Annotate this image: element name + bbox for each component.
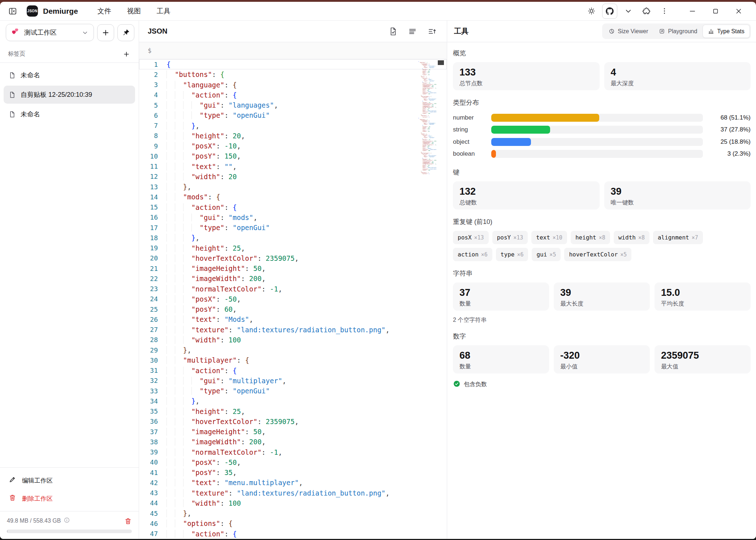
- line-number: 34: [139, 397, 158, 405]
- json-path-input[interactable]: $: [139, 42, 447, 59]
- line-number: 2: [139, 71, 158, 78]
- code-line: 1{: [139, 59, 447, 69]
- delete-workspace-button[interactable]: 删除工作区: [3, 489, 135, 507]
- line-number: 26: [139, 316, 158, 323]
- validate-button[interactable]: [388, 27, 398, 36]
- sidebar: 测试工作区 标签页 未命名自剪贴板 12-25/20:10:39未命名: [0, 21, 139, 539]
- stat-card: 132总键数: [453, 181, 600, 209]
- line-number: 30: [139, 357, 158, 364]
- line-number: 45: [139, 510, 158, 517]
- plus-icon: [101, 29, 110, 37]
- kebab-icon: [660, 7, 669, 15]
- code-line: 47 "action": {: [139, 529, 447, 539]
- tab-label: 未命名: [21, 71, 40, 79]
- code-line: 32 "gui": "multiplayer",: [139, 376, 447, 386]
- sidebar-toggle-button[interactable]: [6, 4, 20, 18]
- repeated-key-chip-posX: posX×13: [453, 231, 489, 244]
- code-line: 13 },: [139, 182, 447, 192]
- chevron-down-icon: [82, 29, 88, 36]
- theme-toggle-button[interactable]: [584, 4, 599, 18]
- code-area[interactable]: 1{2 "buttons": {3 "language": {4 "action…: [139, 59, 447, 539]
- stat-label: 最大深度: [611, 80, 744, 87]
- line-number: 21: [139, 265, 158, 272]
- line-number: 16: [139, 213, 158, 221]
- format-button[interactable]: [408, 27, 417, 36]
- tab-item-0[interactable]: 未命名: [4, 66, 135, 84]
- scrollbar-thumb[interactable]: [438, 60, 444, 65]
- desktop-backdrop: JSON Demiurge 文件视图工具: [0, 0, 756, 540]
- menu-item-2[interactable]: 工具: [151, 4, 176, 18]
- repeated-key-chip-alignment: alignment×7: [653, 231, 703, 244]
- window-controls: [681, 4, 750, 18]
- add-workspace-button[interactable]: [97, 24, 114, 41]
- edit-workspace-button[interactable]: 编辑工作区: [3, 471, 135, 489]
- type-label: number: [453, 114, 491, 121]
- minimap[interactable]: { "buttons": { "language": { "action": {…: [418, 61, 436, 174]
- pin-icon: [122, 29, 130, 36]
- stat-value: 132: [459, 186, 593, 198]
- type-dist-row-object: object25 (18.8%): [453, 136, 751, 148]
- info-icon[interactable]: [64, 517, 70, 525]
- line-number: 11: [139, 163, 158, 170]
- tab-label: 自剪贴板 12-25/20:10:39: [21, 90, 92, 99]
- tools-panel: 工具 Size ViewerPlaygroundType Stats 概览 13…: [447, 21, 756, 539]
- menu-item-0[interactable]: 文件: [92, 4, 117, 18]
- chip-count: ×6: [517, 251, 523, 258]
- chip-count: ×10: [553, 234, 562, 241]
- menu-item-1[interactable]: 视图: [122, 4, 146, 18]
- pencil-icon: [9, 476, 16, 485]
- code-line: 20 "hoverTextColor": 2359075,: [139, 253, 447, 263]
- dropdown-button[interactable]: [621, 4, 635, 18]
- editor-title: JSON: [148, 27, 167, 35]
- view-tab-type-stats[interactable]: Type Stats: [703, 25, 750, 38]
- type-bar-track: [491, 114, 703, 122]
- sort-keys-button[interactable]: [427, 27, 437, 36]
- minimize-button[interactable]: [681, 4, 704, 18]
- chip-count: ×13: [513, 234, 523, 241]
- code-line: 39 "normalTextColor": -1,: [139, 447, 447, 457]
- line-number: 1: [139, 61, 158, 68]
- bar-chart-icon: [708, 28, 714, 34]
- clear-storage-button[interactable]: [124, 517, 132, 525]
- code-line: 12 "width": 20: [139, 172, 447, 182]
- line-number: 38: [139, 438, 158, 446]
- more-menu-button[interactable]: [657, 4, 671, 18]
- code-line: 19 "height": 25,: [139, 243, 447, 253]
- code-line: 5 "gui": "languages",: [139, 100, 447, 110]
- type-label: object: [453, 138, 491, 146]
- github-button[interactable]: [602, 4, 617, 19]
- workspace-selector[interactable]: 测试工作区: [6, 24, 94, 41]
- titlebar: JSON Demiurge 文件视图工具: [0, 2, 756, 21]
- stat-label: 最大长度: [560, 300, 643, 308]
- line-number: 13: [139, 183, 158, 191]
- minimize-icon: [688, 7, 696, 15]
- playground-icon: [659, 28, 665, 34]
- repeated-keys-heading: 重复键 (前10): [453, 217, 751, 226]
- stat-label: 平均长度: [661, 300, 744, 308]
- view-tab-playground[interactable]: Playground: [653, 25, 703, 38]
- chip-count: ×8: [638, 234, 645, 241]
- add-tab-button[interactable]: [123, 51, 130, 58]
- close-button[interactable]: [727, 4, 750, 18]
- type-bar-fill: [491, 114, 599, 122]
- document-icon: [8, 91, 16, 99]
- line-number: 33: [139, 387, 158, 395]
- view-tab-size-viewer[interactable]: Size Viewer: [603, 25, 653, 38]
- pin-workspace-button[interactable]: [117, 24, 134, 41]
- code-line: 31 "action": {: [139, 366, 447, 376]
- maximize-button[interactable]: [704, 4, 727, 18]
- line-number: 28: [139, 336, 158, 344]
- main-layout: 测试工作区 标签页 未命名自剪贴板 12-25/20:10:39未命名: [0, 21, 756, 539]
- code-line: 18 },: [139, 233, 447, 243]
- tab-item-2[interactable]: 未命名: [4, 105, 135, 123]
- tools-panel-body: 概览 133总节点数4最大深度 类型分布 number68 (51.1%)str…: [447, 42, 756, 539]
- type-value: 3 (2.3%): [703, 150, 751, 157]
- tab-item-1[interactable]: 自剪贴板 12-25/20:10:39: [4, 86, 135, 104]
- sidebar-spacer: [0, 126, 139, 467]
- chip-count: ×7: [692, 234, 698, 241]
- stat-value: -320: [560, 350, 643, 362]
- extensions-button[interactable]: [639, 4, 653, 18]
- plus-icon: [123, 51, 130, 58]
- workspace-name: 测试工作区: [24, 28, 77, 37]
- chip-count: ×13: [474, 234, 484, 241]
